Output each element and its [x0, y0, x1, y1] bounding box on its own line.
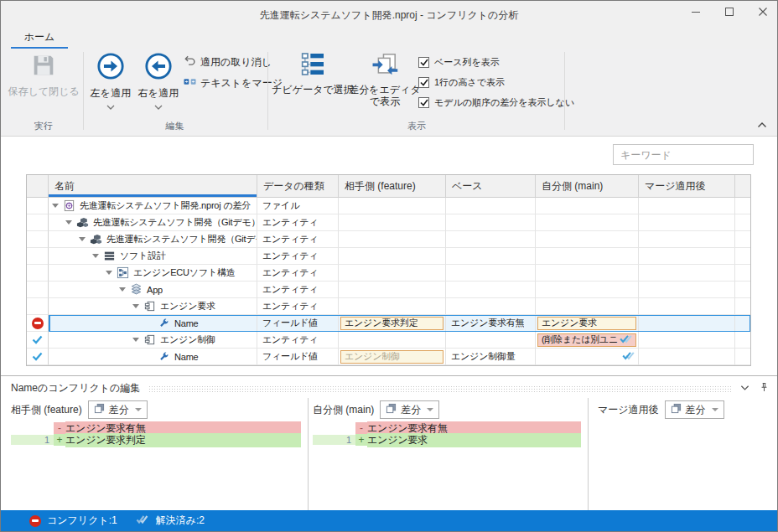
main-value-cell[interactable]: [536, 214, 639, 231]
tree-name-cell[interactable]: エンジンECUソフト構造: [49, 265, 257, 281]
feature-value-cell[interactable]: [339, 265, 446, 281]
base-value-cell[interactable]: [446, 332, 536, 349]
table-row[interactable]: 先進運転システムソフト開発（Gitデモ）エンティティ: [27, 231, 750, 248]
keyword-search-input[interactable]: [613, 144, 754, 165]
main-value-cell[interactable]: [536, 298, 639, 315]
main-value-cell[interactable]: [536, 265, 639, 281]
main-value-cell[interactable]: (削除または別ユニットに…: [536, 332, 639, 349]
merged-value-cell[interactable]: [639, 332, 735, 349]
main-value-cell[interactable]: [536, 198, 639, 214]
pin-icon[interactable]: [760, 382, 769, 395]
feature-value-cell[interactable]: エンジン要求判定: [339, 315, 446, 332]
pane-separator[interactable]: [588, 398, 589, 511]
base-value-cell[interactable]: [446, 298, 536, 315]
tree-name-cell[interactable]: ソフト設計: [49, 248, 257, 265]
expander-icon[interactable]: [92, 254, 99, 258]
main-value-cell[interactable]: [536, 231, 639, 248]
feature-value-cell[interactable]: [339, 231, 446, 248]
collapse-ribbon-button[interactable]: [755, 119, 769, 131]
tree-name-cell[interactable]: App: [49, 281, 257, 298]
main-value-cell[interactable]: [536, 281, 639, 298]
main-value-cell[interactable]: [536, 349, 639, 365]
feature-value-cell[interactable]: [339, 298, 446, 315]
feature-value-cell[interactable]: [339, 198, 446, 214]
expander-icon[interactable]: [79, 237, 86, 241]
base-value-cell[interactable]: [446, 214, 536, 231]
feature-value-cell[interactable]: エンジン制御: [339, 349, 446, 365]
save-close-button[interactable]: 保存して閉じる: [13, 52, 75, 97]
tree-name-cell[interactable]: 先進運転システムソフト開発.nproj の差分: [49, 198, 257, 214]
expander-icon[interactable]: [65, 220, 72, 225]
table-row[interactable]: 先進運転システムソフト開発.nproj の差分ファイル: [27, 198, 750, 214]
feature-value-cell[interactable]: [339, 248, 446, 265]
merged-value-cell[interactable]: [639, 198, 735, 214]
panel-collapse-chevron-icon[interactable]: [740, 382, 749, 394]
column-header-main[interactable]: 自分側 (main): [536, 175, 639, 197]
merged-value-cell[interactable]: [639, 315, 735, 332]
main-value-cell[interactable]: エンジン要求: [536, 315, 639, 332]
tree-name-cell[interactable]: 先進運転システムソフト開発（Gitデモ）: [49, 214, 257, 231]
column-header-type[interactable]: データの種類: [257, 175, 339, 197]
pane-separator[interactable]: [308, 398, 309, 511]
expander-icon[interactable]: [132, 304, 139, 308]
maximize-button[interactable]: [724, 6, 735, 18]
apply-right-button[interactable]: 右を適用: [136, 52, 181, 112]
diff-mode-dropdown[interactable]: 差分: [665, 400, 724, 419]
column-header-name[interactable]: 名前: [49, 175, 257, 197]
view-checkbox-0[interactable]: ベース列を表示: [418, 56, 574, 69]
table-row[interactable]: エンジンECUソフト構造エンティティ: [27, 265, 750, 281]
tree-name-cell[interactable]: Name: [49, 315, 257, 332]
undo-apply-button[interactable]: 適用の取り消し: [184, 54, 272, 70]
apply-left-button[interactable]: 左を適用: [88, 52, 133, 112]
table-row[interactable]: Nameフィールド値エンジン要求判定エンジン要求有無エンジン要求: [27, 315, 750, 332]
chevron-down-icon[interactable]: [154, 101, 163, 112]
column-header-merged[interactable]: マージ適用後: [639, 175, 735, 197]
base-value-cell[interactable]: [446, 265, 536, 281]
view-checkbox-2[interactable]: モデルの順序の差分を表示しない: [418, 96, 574, 109]
diff-mode-dropdown[interactable]: 差分: [380, 400, 439, 419]
main-value-cell[interactable]: [536, 248, 639, 265]
base-value-cell[interactable]: [446, 198, 536, 214]
view-checkbox-1[interactable]: 1行の高さで表示: [418, 76, 574, 89]
feature-value-cell[interactable]: [339, 214, 446, 231]
table-row[interactable]: エンジン制御エンティティ(削除または別ユニットに…: [27, 332, 750, 349]
table-row[interactable]: 先進運転システムソフト開発（Gitデモ）エンティティ: [27, 214, 750, 231]
checkbox-checked-icon[interactable]: [418, 97, 429, 108]
base-value-cell[interactable]: [446, 248, 536, 265]
merged-value-cell[interactable]: [639, 298, 735, 315]
merged-value-cell[interactable]: [639, 248, 735, 265]
column-header-feature[interactable]: 相手側 (feature): [339, 175, 446, 197]
expander-icon[interactable]: [119, 287, 126, 292]
close-button[interactable]: [757, 6, 769, 18]
tree-name-cell[interactable]: Name: [49, 349, 257, 365]
column-header-base[interactable]: ベース: [446, 175, 536, 197]
merged-value-cell[interactable]: [639, 231, 735, 248]
tree-name-cell[interactable]: 先進運転システムソフト開発（Gitデモ）: [49, 231, 257, 248]
feature-value-cell[interactable]: [339, 332, 446, 349]
chevron-down-icon[interactable]: [106, 101, 115, 112]
table-row[interactable]: Nameフィールド値エンジン制御エンジン制御量: [27, 349, 750, 365]
expander-icon[interactable]: [52, 204, 59, 208]
tab-home[interactable]: ホーム: [11, 28, 68, 49]
tree-name-cell[interactable]: エンジン制御: [49, 332, 257, 349]
base-value-cell[interactable]: [446, 281, 536, 298]
feature-value-cell[interactable]: [339, 281, 446, 298]
select-navigator-button[interactable]: ナビゲータで選択: [274, 52, 351, 96]
base-value-cell[interactable]: エンジン要求有無: [446, 315, 536, 332]
checkbox-checked-icon[interactable]: [418, 57, 429, 68]
checkbox-checked-icon[interactable]: [418, 77, 429, 88]
column-header-status[interactable]: [27, 175, 49, 197]
show-diff-editor-button[interactable]: 差分をエディタで表示: [353, 52, 417, 107]
table-row[interactable]: Appエンティティ: [27, 281, 750, 298]
expander-icon[interactable]: [106, 271, 112, 275]
diff-mode-dropdown[interactable]: 差分: [88, 400, 148, 419]
minimize-button[interactable]: [690, 6, 702, 18]
merged-value-cell[interactable]: [639, 214, 735, 231]
base-value-cell[interactable]: [446, 231, 536, 248]
table-row[interactable]: エンジン要求エンティティ: [27, 298, 750, 315]
tree-name-cell[interactable]: エンジン要求: [49, 298, 257, 315]
base-value-cell[interactable]: エンジン制御量: [446, 349, 536, 365]
merged-value-cell[interactable]: [639, 349, 735, 365]
merged-value-cell[interactable]: [639, 281, 735, 298]
merged-value-cell[interactable]: [639, 265, 735, 281]
